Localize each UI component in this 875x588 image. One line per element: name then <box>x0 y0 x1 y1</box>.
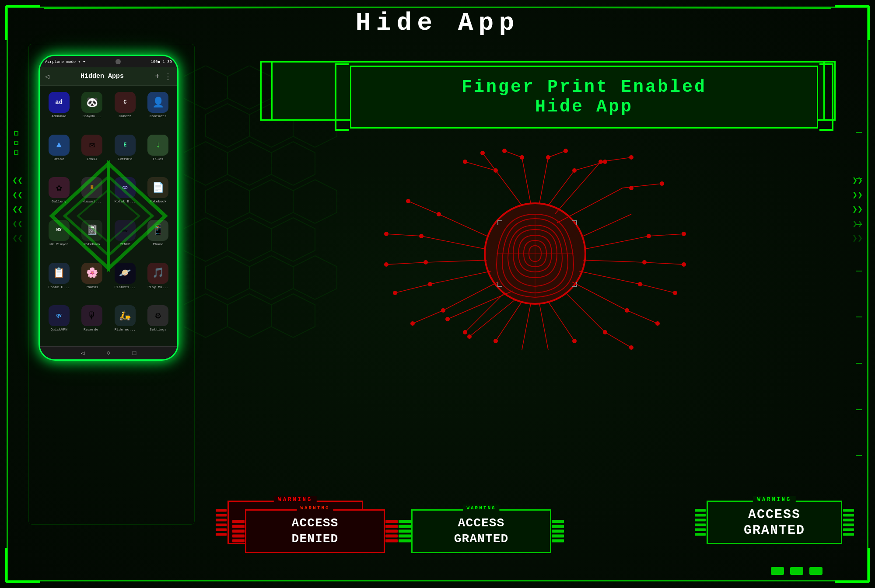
svg-line-20 <box>443 282 498 310</box>
svg-line-35 <box>649 234 684 236</box>
svg-line-17 <box>421 236 486 249</box>
top-bar-right <box>569 7 831 9</box>
svg-point-62 <box>494 339 498 343</box>
svg-point-74 <box>625 308 629 313</box>
svg-line-44 <box>408 201 439 214</box>
svg-point-69 <box>598 160 603 164</box>
svg-line-6 <box>539 157 548 203</box>
svg-line-16 <box>439 214 487 236</box>
fp-title-main: Finger Print Enabled Hide App <box>350 66 818 129</box>
svg-point-50 <box>629 155 634 160</box>
svg-line-27 <box>448 291 513 319</box>
svg-line-7 <box>548 170 574 205</box>
svg-line-29 <box>483 153 496 170</box>
right-panel: Finger Print Enabled Hide App <box>219 52 851 566</box>
list-item: 🪐 Planets... <box>108 259 142 302</box>
list-item: MX MX Player <box>42 216 76 259</box>
svg-line-39 <box>605 332 631 348</box>
add-icon: + <box>155 72 160 81</box>
list-item: ⚙ Settings <box>142 302 175 344</box>
list-item: 📋 Phone C... <box>42 259 76 302</box>
svg-line-38 <box>627 310 658 324</box>
svg-line-4 <box>496 170 522 205</box>
access-denied-absolute: WARNING ACCESSDENIED <box>245 509 385 553</box>
svg-line-31 <box>548 151 566 157</box>
svg-line-41 <box>386 262 426 264</box>
svg-point-78 <box>428 282 432 286</box>
list-item: 🎙 Recorder <box>76 302 109 344</box>
corner-tr <box>835 5 870 40</box>
svg-point-66 <box>572 168 577 173</box>
list-item: 📓 Notebook <box>76 216 109 259</box>
svg-point-46 <box>480 151 485 155</box>
corner-bl <box>5 548 40 583</box>
page-title: Hide App <box>356 9 519 37</box>
svg-point-45 <box>463 160 467 164</box>
list-item: H Huawei... <box>76 174 109 216</box>
svg-point-55 <box>655 321 660 326</box>
svg-line-18 <box>426 260 487 262</box>
list-item: ✏ PENUP <box>108 216 142 259</box>
svg-point-48 <box>564 149 568 153</box>
list-item: E ExtraPe <box>108 131 142 174</box>
right-side-ticks <box>856 109 862 479</box>
svg-point-77 <box>424 260 428 264</box>
list-item: 📱 Phone <box>142 216 175 259</box>
granted-warning-label: WARNING <box>753 496 796 504</box>
svg-point-59 <box>393 291 397 295</box>
svg-point-60 <box>410 321 415 326</box>
svg-point-70 <box>629 186 634 190</box>
fp-main-title-1: Finger Print Enabled <box>369 77 799 97</box>
back-arrow-icon: ◁ <box>45 72 49 81</box>
svg-line-19 <box>430 271 491 284</box>
svg-line-13 <box>579 271 640 284</box>
svg-line-42 <box>395 284 430 293</box>
left-chevrons: ❮❮ ❮❮ ❮❮ ❮❮ ❮❮ <box>12 175 23 244</box>
list-item: 📄 Notebook <box>142 174 175 216</box>
svg-line-9 <box>557 188 623 223</box>
svg-line-25 <box>548 302 574 341</box>
svg-point-71 <box>647 234 651 238</box>
list-item: 🐼 BabyBu... <box>76 88 109 131</box>
svg-point-64 <box>467 334 472 339</box>
list-item: 🛵 Ride mo... <box>108 302 142 344</box>
menu-icon: ⋮ <box>164 72 172 81</box>
denied-warning-label: WARNING <box>274 496 317 504</box>
list-item: 🌸 Photos <box>76 259 109 302</box>
nav-home-icon: ○ <box>106 349 111 357</box>
svg-point-63 <box>572 339 577 343</box>
svg-line-11 <box>584 236 649 249</box>
svg-point-80 <box>437 212 441 216</box>
svg-line-15 <box>566 293 605 332</box>
bottom-indicator-dots <box>771 567 822 575</box>
svg-point-72 <box>642 260 647 264</box>
svg-line-12 <box>583 260 644 262</box>
corner-tl <box>5 5 40 40</box>
svg-point-73 <box>638 282 642 286</box>
list-item: ✉ Email <box>76 131 109 174</box>
fp-main-title-2: Hide App <box>369 97 799 117</box>
nav-back-icon: ◁ <box>81 349 84 357</box>
dot-2 <box>790 567 803 575</box>
dot-3 <box>809 567 822 575</box>
access-granted-text: ACCESSGRANTED <box>454 515 509 547</box>
svg-point-58 <box>384 262 388 267</box>
svg-line-21 <box>465 293 504 332</box>
svg-point-53 <box>682 262 686 267</box>
phone-status-bar: Airplane mode ✈ ➜ 100◼ 1:39 <box>40 56 177 67</box>
list-item: C Cakezz <box>108 88 142 131</box>
svg-point-56 <box>629 345 634 350</box>
list-item: QV QuickVPN <box>42 302 76 344</box>
access-granted-absolute: WARNING ACCESSGRANTED <box>411 509 551 553</box>
svg-point-57 <box>384 232 388 236</box>
svg-line-23 <box>522 304 531 350</box>
svg-point-82 <box>445 317 450 321</box>
svg-point-65 <box>494 168 498 173</box>
access-granted-badge: WARNING ACCESS GRANTED <box>707 501 842 544</box>
granted-text: ACCESS GRANTED <box>744 507 805 538</box>
list-item: ✿ Gallery <box>42 174 76 216</box>
svg-line-30 <box>504 151 522 157</box>
list-item: 🎵 Play Mu... <box>142 259 175 302</box>
svg-point-54 <box>673 291 677 295</box>
svg-point-75 <box>603 330 607 334</box>
